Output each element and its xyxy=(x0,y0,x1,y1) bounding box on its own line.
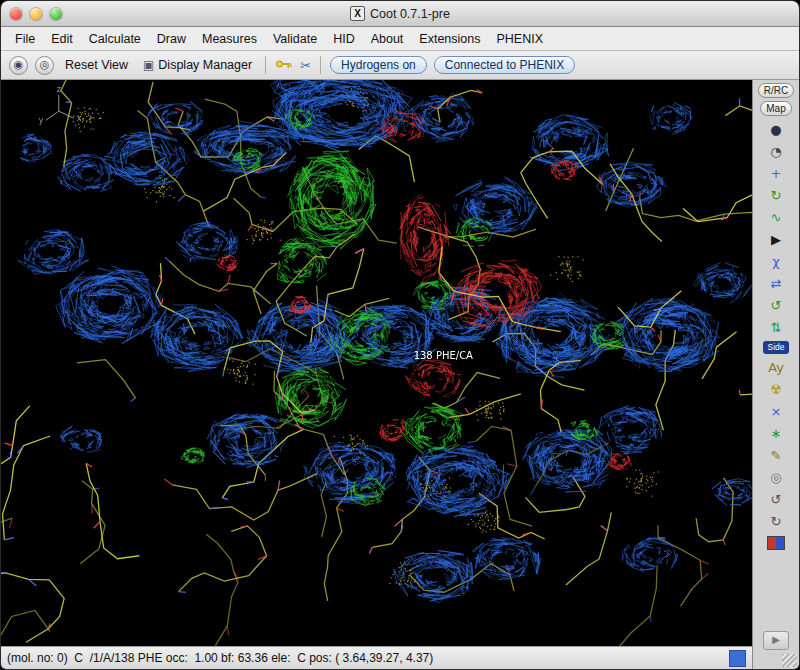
flag-icon[interactable] xyxy=(767,536,785,550)
bond-icon[interactable]: × xyxy=(765,402,787,422)
clock-icon[interactable]: ◔ xyxy=(765,141,787,161)
map-button[interactable]: Map xyxy=(760,101,791,116)
add-atom-icon[interactable]: ∗ xyxy=(765,424,787,444)
titlebar[interactable]: X Coot 0.7.1-pre xyxy=(1,1,799,27)
menu-item-phenix[interactable]: PHENIX xyxy=(489,30,552,48)
run-icon[interactable]: ▶ xyxy=(765,229,787,249)
minimize-button[interactable] xyxy=(30,8,42,20)
menu-item-extensions[interactable]: Extensions xyxy=(411,30,488,48)
mutate-icon[interactable]: Ay xyxy=(765,358,787,378)
menu-item-about[interactable]: About xyxy=(363,30,412,48)
window-title: Coot 0.7.1-pre xyxy=(370,7,450,21)
viewport-wrap xyxy=(1,80,752,646)
phenix-connection-button[interactable]: Connected to PHENIX xyxy=(434,56,575,74)
toolbar-expand-button[interactable]: ▶ xyxy=(763,631,789,650)
menu-item-edit[interactable]: Edit xyxy=(43,30,81,48)
resize-grip[interactable] xyxy=(782,654,797,667)
cylinder-icon[interactable]: ◎ xyxy=(765,468,787,488)
menu-item-hid[interactable]: HID xyxy=(325,30,363,48)
status-indicator xyxy=(729,650,746,667)
toolbar-separator xyxy=(320,56,321,74)
chi-angles-icon[interactable]: χ xyxy=(765,251,787,271)
coot-window: X Coot 0.7.1-pre FileEditCalculateDrawMe… xyxy=(0,0,800,670)
hydrogens-toggle-button[interactable]: Hydrogens on xyxy=(330,56,427,74)
rotate-left-icon[interactable]: ◉ xyxy=(9,56,28,75)
scissors-icon[interactable]: ✂ xyxy=(300,58,311,73)
display-manager-label: Display Manager xyxy=(158,58,252,72)
close-button[interactable] xyxy=(10,8,22,20)
torsion-icon[interactable]: ∿ xyxy=(765,207,787,227)
display-manager-button[interactable]: ▣ Display Manager xyxy=(139,56,256,74)
menu-item-measures[interactable]: Measures xyxy=(194,30,265,48)
window-title-wrap: X Coot 0.7.1-pre xyxy=(1,6,799,21)
flag-red xyxy=(768,537,776,549)
statusbar: (mol. no: 0) C /1/A/138 PHE occ: 1.00 bf… xyxy=(1,646,752,669)
status-text: (mol. no: 0) C /1/A/138 PHE occ: 1.00 bf… xyxy=(7,651,433,665)
key-icon[interactable] xyxy=(275,56,293,74)
menu-item-file[interactable]: File xyxy=(7,30,43,48)
pencil-icon[interactable]: ✎ xyxy=(765,446,787,466)
zoom-button[interactable] xyxy=(50,8,62,20)
undo-icon[interactable]: ↺ xyxy=(765,490,787,510)
main-toolbar: ◉ ◎ Reset View ▣ Display Manager ✂ Hydro… xyxy=(1,51,799,80)
reset-view-button[interactable]: Reset View xyxy=(61,56,132,74)
reset-view-label: Reset View xyxy=(65,58,128,72)
radiation-icon[interactable]: ☢ xyxy=(765,380,787,400)
right-icon-column: ●◔+↻∿▶χ⇄↺⇅SideAy☢×∗✎◎↺↻ xyxy=(763,119,788,550)
move-atoms-icon[interactable]: + xyxy=(765,163,787,183)
sphere-icon[interactable]: ● xyxy=(765,119,787,139)
rotate-right-icon[interactable]: ◎ xyxy=(35,56,54,75)
menubar: FileEditCalculateDrawMeasuresValidateHID… xyxy=(1,27,799,51)
right-panel: R/RC Map ●◔+↻∿▶χ⇄↺⇅SideAy☢×∗✎◎↺↻ ▶ xyxy=(752,80,799,669)
redo-icon[interactable]: ↻ xyxy=(765,512,787,532)
flag-blue xyxy=(776,537,784,549)
cis-trans-icon[interactable]: ↺ xyxy=(765,295,787,315)
side-chain-icon[interactable]: Side xyxy=(763,341,788,354)
refine-rrc-button[interactable]: R/RC xyxy=(758,83,794,98)
window-controls xyxy=(10,8,62,20)
menu-item-draw[interactable]: Draw xyxy=(149,30,194,48)
x11-app-icon: X xyxy=(350,6,365,21)
molecular-viewport[interactable] xyxy=(1,80,752,646)
display-manager-icon: ▣ xyxy=(143,58,154,72)
flip-icon[interactable]: ⇄ xyxy=(765,273,787,293)
main-row: (mol. no: 0) C /1/A/138 PHE occ: 1.00 bf… xyxy=(1,80,799,669)
viewport-column: (mol. no: 0) C /1/A/138 PHE occ: 1.00 bf… xyxy=(1,80,752,669)
rotamer-icon[interactable]: ⇅ xyxy=(765,317,787,337)
menu-item-validate[interactable]: Validate xyxy=(265,30,325,48)
toolbar-separator xyxy=(265,56,266,74)
rotate-zone-icon[interactable]: ↻ xyxy=(765,185,787,205)
menu-item-calculate[interactable]: Calculate xyxy=(81,30,149,48)
